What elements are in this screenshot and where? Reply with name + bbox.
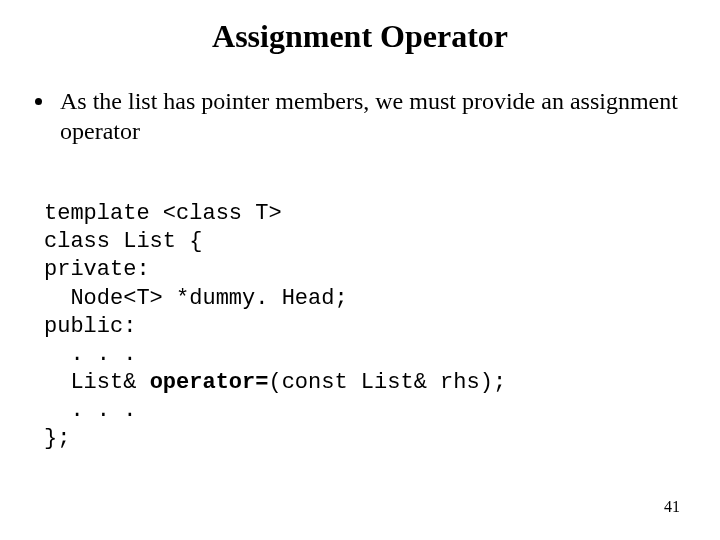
slide-title: Assignment Operator xyxy=(0,18,720,55)
bullet-list: As the list has pointer members, we must… xyxy=(34,86,684,146)
code-line: private: xyxy=(44,257,150,282)
code-line: }; xyxy=(44,426,70,451)
code-line: Node<T> *dummy. Head; xyxy=(44,286,348,311)
code-fragment: List& xyxy=(44,370,150,395)
code-block: template <class T> class List { private:… xyxy=(44,172,684,454)
code-line: . . . xyxy=(44,342,136,367)
bullet-item: As the list has pointer members, we must… xyxy=(56,86,684,146)
code-fragment-bold: operator= xyxy=(150,370,269,395)
code-line: class List { xyxy=(44,229,202,254)
code-line: . . . xyxy=(44,398,136,423)
code-fragment: (const List& rhs); xyxy=(268,370,506,395)
code-line: template <class T> xyxy=(44,201,282,226)
code-line: List& operator=(const List& rhs); xyxy=(44,370,506,395)
page-number: 41 xyxy=(664,498,680,516)
slide: Assignment Operator As the list has poin… xyxy=(0,0,720,540)
code-line: public: xyxy=(44,314,136,339)
